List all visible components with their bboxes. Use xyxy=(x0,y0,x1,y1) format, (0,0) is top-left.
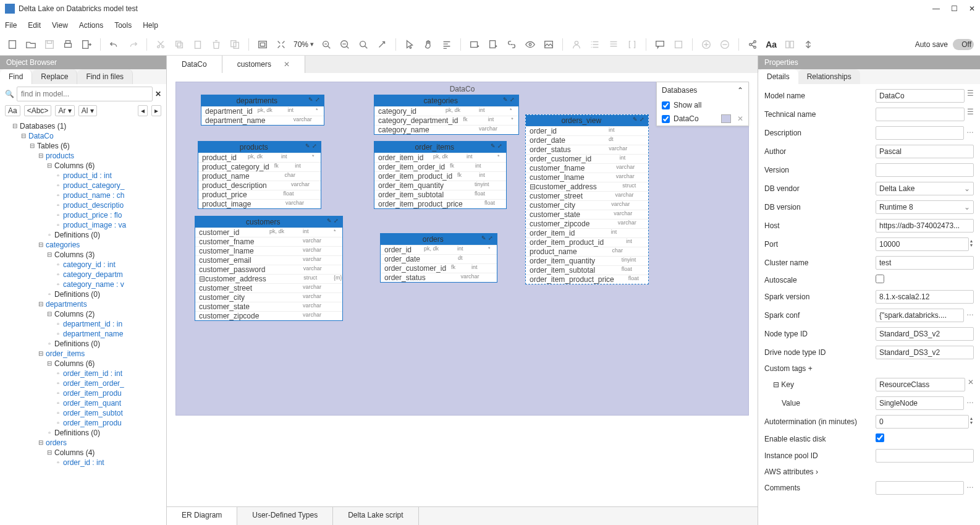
doc-tab[interactable]: DataCo xyxy=(167,56,222,73)
tree-item[interactable]: ▫product_category_ xyxy=(2,181,164,190)
entity-column[interactable]: order_item_idint xyxy=(526,228,648,237)
search-opt[interactable]: Aa xyxy=(5,105,20,116)
doc-tab[interactable]: customers✕ xyxy=(222,56,305,73)
tree-toggle-icon[interactable]: ▫ xyxy=(54,202,62,209)
tree-item[interactable]: ▫department_name xyxy=(2,329,164,339)
entity-column[interactable]: customer_lnamevarchar xyxy=(195,246,342,255)
tree-toggle-icon[interactable]: ▫ xyxy=(54,399,62,407)
entity-header[interactable]: products✎ ⤢ xyxy=(198,142,321,153)
tree-item[interactable]: ⊟Tables (6) xyxy=(2,141,164,151)
tree-item[interactable]: ▫order_item_produ xyxy=(2,388,164,398)
entity-products[interactable]: products✎ ⤢product_idpk, dkint*product_c… xyxy=(198,141,321,209)
tree-item[interactable]: ▫order_item_quant xyxy=(2,398,164,408)
prop-select[interactable]: Delta Lake⌄ xyxy=(876,182,974,195)
entity-column[interactable]: category_department_idfkint* xyxy=(374,116,518,125)
add-entity-icon[interactable] xyxy=(487,38,499,51)
entity-column[interactable]: order_idpk, dkint* xyxy=(381,245,497,254)
entity-column[interactable]: order_idint xyxy=(526,126,648,135)
menu-icon[interactable]: ☰ xyxy=(967,89,974,103)
tree-item[interactable]: ⊟order_items xyxy=(2,349,164,359)
tree-toggle-icon[interactable]: ▫ xyxy=(54,172,62,179)
tree-toggle-icon[interactable]: ▫ xyxy=(54,390,62,397)
tree-item[interactable]: ⊟products xyxy=(2,151,164,161)
db-color-swatch[interactable] xyxy=(721,114,731,123)
close-tab-icon[interactable]: ✕ xyxy=(284,60,290,69)
entity-column[interactable]: department_namevarchar xyxy=(201,116,324,125)
tree-toggle-icon[interactable]: ▫ xyxy=(46,429,53,437)
entity-column[interactable]: order_item_product_idfkint xyxy=(374,171,506,181)
entity-column[interactable]: customer_idpk, dkint* xyxy=(195,228,342,237)
tree-toggle-icon[interactable]: ⊟ xyxy=(46,360,53,367)
minimize-button[interactable]: — xyxy=(932,4,940,13)
open-icon[interactable] xyxy=(25,38,37,51)
tree-toggle-icon[interactable]: ⊟ xyxy=(46,251,53,258)
collapse-panel-icon[interactable]: ⌃ xyxy=(737,86,743,95)
tree-toggle-icon[interactable]: ⊟ xyxy=(28,142,36,150)
split-icon[interactable] xyxy=(784,38,796,51)
more-icon[interactable]: … xyxy=(966,481,974,495)
entity-column[interactable]: order_item_idpk, dkint* xyxy=(374,153,506,162)
tree-toggle-icon[interactable]: ▫ xyxy=(54,380,62,387)
prop-input[interactable] xyxy=(876,89,965,103)
entity-column[interactable]: department_idpk, dkint* xyxy=(201,106,324,116)
link-icon[interactable] xyxy=(505,38,518,51)
entity-column[interactable]: ⊟customer_addressstruct{m} xyxy=(195,274,342,283)
more-icon[interactable]: … xyxy=(966,126,974,140)
entity-column[interactable]: order_item_product_idint xyxy=(526,237,648,247)
menu-icon[interactable]: ☰ xyxy=(967,108,974,121)
entity-column[interactable]: product_namechar xyxy=(198,171,321,181)
autosave-toggle[interactable]: Off xyxy=(953,39,974,50)
prop-input[interactable] xyxy=(876,219,974,233)
entity-column[interactable]: category_namevarchar xyxy=(374,125,518,134)
delete-icon[interactable] xyxy=(210,38,222,51)
entity-column[interactable]: product_pricefloat xyxy=(198,190,321,199)
tree-item[interactable]: ▫Definitions (0) xyxy=(2,339,164,349)
entity-customers[interactable]: customers✎ ⤢customer_idpk, dkint*custome… xyxy=(195,216,343,321)
bottom-tab[interactable]: ER Diagram xyxy=(167,507,237,525)
entity-header[interactable]: orders✎ ⤢ xyxy=(381,234,497,245)
tree-toggle-icon[interactable]: ▫ xyxy=(46,291,53,298)
entity-departments[interactable]: departments✎ ⤢department_idpk, dkint*dep… xyxy=(201,95,324,126)
entity-column[interactable]: ⊟customer_addressstruct xyxy=(526,182,648,191)
menu-file[interactable]: File xyxy=(5,21,17,30)
tree-toggle-icon[interactable]: ▫ xyxy=(54,182,62,189)
tree-item[interactable]: ⊟departments xyxy=(2,299,164,309)
canvas-area[interactable]: DataCo departments✎ ⤢department_idpk, dk… xyxy=(167,73,758,506)
entity-column[interactable]: order_item_subtotalfloat xyxy=(526,265,648,275)
tree-item[interactable]: ▫category_departm xyxy=(2,270,164,280)
entity-column[interactable]: order_item_subtotalfloat xyxy=(374,190,506,199)
prop-input[interactable] xyxy=(876,396,964,410)
entity-column[interactable]: order_customer_idfkint xyxy=(381,263,497,273)
tree-item[interactable]: ▫Definitions (0) xyxy=(2,428,164,438)
entity-column[interactable]: order_statusvarchar xyxy=(381,273,497,282)
entity-column[interactable]: customer_streetvarchar xyxy=(526,191,648,200)
align-icon[interactable] xyxy=(441,38,453,51)
tree-toggle-icon[interactable]: ⊟ xyxy=(46,310,53,318)
search-opt[interactable]: <Abc> xyxy=(24,105,52,116)
prop-select[interactable]: Runtime 8⌄ xyxy=(876,200,974,214)
tree-toggle-icon[interactable]: ⊟ xyxy=(37,439,44,446)
entity-categories[interactable]: categories✎ ⤢category_idpk, dkint*catego… xyxy=(374,95,519,135)
entity-column[interactable]: order_item_quantitytinyint xyxy=(374,181,506,190)
plus-circle-icon[interactable] xyxy=(700,38,712,51)
tree-toggle-icon[interactable]: ▫ xyxy=(54,211,62,219)
font-icon[interactable]: Aa xyxy=(765,38,777,51)
showall-checkbox[interactable] xyxy=(662,101,670,109)
tree-toggle-icon[interactable]: ▫ xyxy=(54,370,62,377)
collapse-icon[interactable] xyxy=(802,38,814,51)
print-icon[interactable] xyxy=(62,38,74,51)
user-icon[interactable] xyxy=(570,38,583,51)
tree-item[interactable]: ▫order_item_id : int xyxy=(2,369,164,378)
prop-input[interactable] xyxy=(876,378,965,391)
tree-item[interactable]: ▫Definitions (0) xyxy=(2,230,164,240)
prop-input[interactable] xyxy=(876,327,974,341)
entity-column[interactable]: customer_zipcodevarchar xyxy=(526,219,648,228)
props-tab-details[interactable]: Details xyxy=(758,69,798,84)
tree-item[interactable]: ▫product_price : flo xyxy=(2,210,164,220)
entity-column[interactable]: product_category_idfkint xyxy=(198,162,321,171)
tree-item[interactable]: ⊟Columns (6) xyxy=(2,359,164,369)
entity-header[interactable]: order_items✎ ⤢ xyxy=(374,142,506,153)
entity-header[interactable]: departments✎ ⤢ xyxy=(201,95,324,106)
props-tab-relationships[interactable]: Relationships xyxy=(798,69,860,84)
prop-input[interactable] xyxy=(876,309,964,322)
